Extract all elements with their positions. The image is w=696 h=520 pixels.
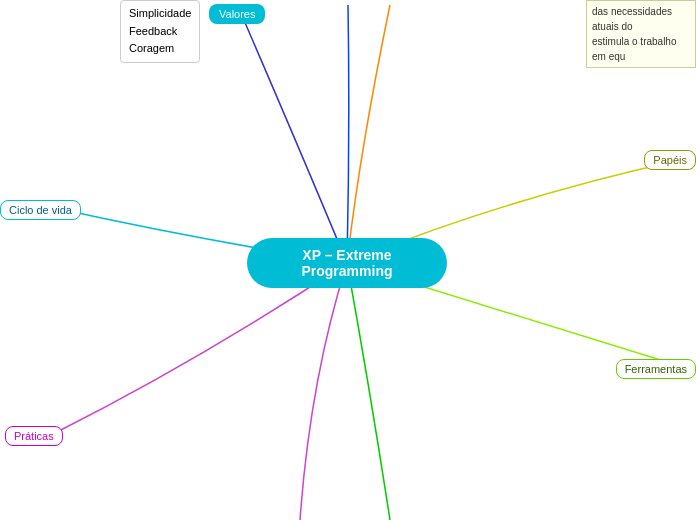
tooltip-box: das necessidades atuais do estimula o tr…	[586, 0, 696, 68]
papeis-label: Papéis	[653, 154, 687, 166]
ciclovida-label: Ciclo de vida	[9, 204, 72, 216]
praticas-label: Práticas	[14, 430, 54, 442]
center-node[interactable]: XP – Extreme Programming	[247, 238, 447, 288]
ferramentas-label: Ferramentas	[625, 363, 687, 375]
sublist-item-simplicidade: Simplicidade	[129, 5, 191, 23]
praticas-node[interactable]: Práticas	[5, 426, 63, 446]
valores-label: Valores	[219, 8, 255, 20]
center-label: XP – Extreme Programming	[301, 247, 392, 279]
sublist-item-coragem: Coragem	[129, 40, 191, 58]
tooltip-text: das necessidades atuais do estimula o tr…	[592, 6, 677, 62]
valores-node[interactable]: Valores	[209, 4, 265, 24]
papeis-node[interactable]: Papéis	[644, 150, 696, 170]
ciclovida-node[interactable]: Ciclo de vida	[0, 200, 81, 220]
valores-sublist: Simplicidade Feedback Coragem	[120, 0, 200, 63]
sublist-item-feedback: Feedback	[129, 23, 191, 41]
ferramentas-node[interactable]: Ferramentas	[616, 359, 696, 379]
